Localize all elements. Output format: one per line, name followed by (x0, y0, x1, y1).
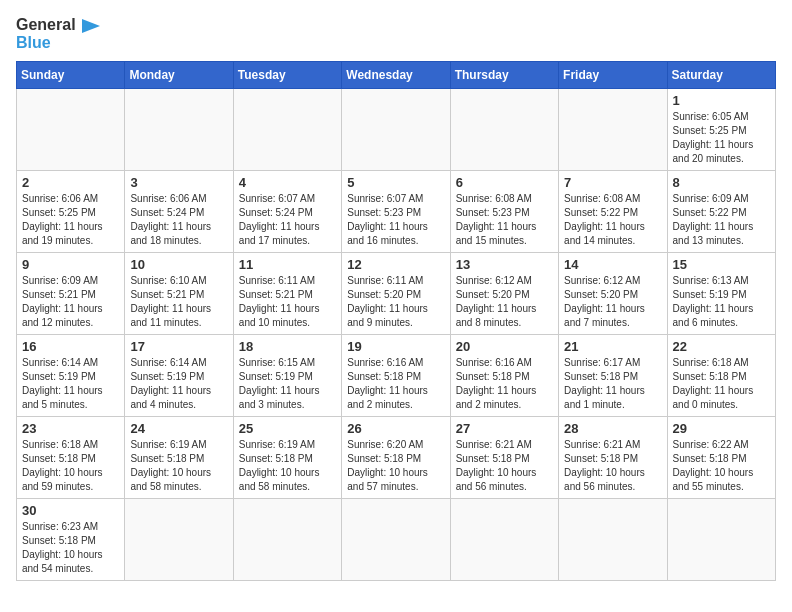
calendar-cell (125, 499, 233, 581)
day-number: 21 (564, 339, 661, 354)
day-number: 19 (347, 339, 444, 354)
day-info: Sunrise: 6:05 AM Sunset: 5:25 PM Dayligh… (673, 110, 770, 166)
day-info: Sunrise: 6:12 AM Sunset: 5:20 PM Dayligh… (564, 274, 661, 330)
calendar-cell: 26Sunrise: 6:20 AM Sunset: 5:18 PM Dayli… (342, 417, 450, 499)
day-info: Sunrise: 6:21 AM Sunset: 5:18 PM Dayligh… (564, 438, 661, 494)
day-number: 24 (130, 421, 227, 436)
calendar-cell: 28Sunrise: 6:21 AM Sunset: 5:18 PM Dayli… (559, 417, 667, 499)
day-number: 20 (456, 339, 553, 354)
calendar-cell (233, 89, 341, 171)
day-number: 11 (239, 257, 336, 272)
calendar-week-row: 30Sunrise: 6:23 AM Sunset: 5:18 PM Dayli… (17, 499, 776, 581)
day-number: 6 (456, 175, 553, 190)
weekday-header: Thursday (450, 62, 558, 89)
calendar-cell (125, 89, 233, 171)
calendar-week-row: 23Sunrise: 6:18 AM Sunset: 5:18 PM Dayli… (17, 417, 776, 499)
calendar-cell: 1Sunrise: 6:05 AM Sunset: 5:25 PM Daylig… (667, 89, 775, 171)
day-number: 29 (673, 421, 770, 436)
calendar-table: SundayMondayTuesdayWednesdayThursdayFrid… (16, 61, 776, 581)
day-info: Sunrise: 6:16 AM Sunset: 5:18 PM Dayligh… (456, 356, 553, 412)
day-number: 27 (456, 421, 553, 436)
day-number: 3 (130, 175, 227, 190)
calendar-cell: 17Sunrise: 6:14 AM Sunset: 5:19 PM Dayli… (125, 335, 233, 417)
calendar-cell: 11Sunrise: 6:11 AM Sunset: 5:21 PM Dayli… (233, 253, 341, 335)
calendar-cell (559, 89, 667, 171)
calendar-week-row: 9Sunrise: 6:09 AM Sunset: 5:21 PM Daylig… (17, 253, 776, 335)
day-number: 13 (456, 257, 553, 272)
calendar-cell: 24Sunrise: 6:19 AM Sunset: 5:18 PM Dayli… (125, 417, 233, 499)
day-info: Sunrise: 6:12 AM Sunset: 5:20 PM Dayligh… (456, 274, 553, 330)
day-number: 17 (130, 339, 227, 354)
day-info: Sunrise: 6:07 AM Sunset: 5:23 PM Dayligh… (347, 192, 444, 248)
day-number: 12 (347, 257, 444, 272)
calendar-cell (559, 499, 667, 581)
weekday-header: Wednesday (342, 62, 450, 89)
day-info: Sunrise: 6:14 AM Sunset: 5:19 PM Dayligh… (22, 356, 119, 412)
calendar-cell: 5Sunrise: 6:07 AM Sunset: 5:23 PM Daylig… (342, 171, 450, 253)
day-info: Sunrise: 6:06 AM Sunset: 5:24 PM Dayligh… (130, 192, 227, 248)
calendar-cell: 3Sunrise: 6:06 AM Sunset: 5:24 PM Daylig… (125, 171, 233, 253)
weekday-header: Sunday (17, 62, 125, 89)
calendar-cell (342, 89, 450, 171)
day-info: Sunrise: 6:09 AM Sunset: 5:21 PM Dayligh… (22, 274, 119, 330)
day-info: Sunrise: 6:13 AM Sunset: 5:19 PM Dayligh… (673, 274, 770, 330)
calendar-cell: 12Sunrise: 6:11 AM Sunset: 5:20 PM Dayli… (342, 253, 450, 335)
day-info: Sunrise: 6:19 AM Sunset: 5:18 PM Dayligh… (130, 438, 227, 494)
calendar-cell (233, 499, 341, 581)
weekday-header: Tuesday (233, 62, 341, 89)
day-info: Sunrise: 6:08 AM Sunset: 5:23 PM Dayligh… (456, 192, 553, 248)
calendar-cell: 18Sunrise: 6:15 AM Sunset: 5:19 PM Dayli… (233, 335, 341, 417)
day-number: 7 (564, 175, 661, 190)
day-number: 15 (673, 257, 770, 272)
calendar-week-row: 2Sunrise: 6:06 AM Sunset: 5:25 PM Daylig… (17, 171, 776, 253)
logo: General Blue (16, 16, 100, 51)
calendar-cell: 30Sunrise: 6:23 AM Sunset: 5:18 PM Dayli… (17, 499, 125, 581)
day-info: Sunrise: 6:14 AM Sunset: 5:19 PM Dayligh… (130, 356, 227, 412)
day-number: 10 (130, 257, 227, 272)
day-info: Sunrise: 6:17 AM Sunset: 5:18 PM Dayligh… (564, 356, 661, 412)
day-info: Sunrise: 6:20 AM Sunset: 5:18 PM Dayligh… (347, 438, 444, 494)
weekday-header: Monday (125, 62, 233, 89)
calendar-cell: 7Sunrise: 6:08 AM Sunset: 5:22 PM Daylig… (559, 171, 667, 253)
day-info: Sunrise: 6:23 AM Sunset: 5:18 PM Dayligh… (22, 520, 119, 576)
page-header: General Blue (16, 16, 776, 51)
calendar-week-row: 16Sunrise: 6:14 AM Sunset: 5:19 PM Dayli… (17, 335, 776, 417)
day-number: 26 (347, 421, 444, 436)
calendar-cell: 6Sunrise: 6:08 AM Sunset: 5:23 PM Daylig… (450, 171, 558, 253)
calendar-cell: 21Sunrise: 6:17 AM Sunset: 5:18 PM Dayli… (559, 335, 667, 417)
calendar-cell (450, 499, 558, 581)
weekday-header: Saturday (667, 62, 775, 89)
day-number: 23 (22, 421, 119, 436)
day-number: 18 (239, 339, 336, 354)
calendar-cell: 15Sunrise: 6:13 AM Sunset: 5:19 PM Dayli… (667, 253, 775, 335)
calendar-cell (450, 89, 558, 171)
day-number: 25 (239, 421, 336, 436)
day-info: Sunrise: 6:08 AM Sunset: 5:22 PM Dayligh… (564, 192, 661, 248)
calendar-cell: 29Sunrise: 6:22 AM Sunset: 5:18 PM Dayli… (667, 417, 775, 499)
day-info: Sunrise: 6:18 AM Sunset: 5:18 PM Dayligh… (22, 438, 119, 494)
calendar-week-row: 1Sunrise: 6:05 AM Sunset: 5:25 PM Daylig… (17, 89, 776, 171)
day-info: Sunrise: 6:10 AM Sunset: 5:21 PM Dayligh… (130, 274, 227, 330)
day-info: Sunrise: 6:16 AM Sunset: 5:18 PM Dayligh… (347, 356, 444, 412)
day-info: Sunrise: 6:22 AM Sunset: 5:18 PM Dayligh… (673, 438, 770, 494)
day-info: Sunrise: 6:09 AM Sunset: 5:22 PM Dayligh… (673, 192, 770, 248)
day-number: 5 (347, 175, 444, 190)
calendar-header-row: SundayMondayTuesdayWednesdayThursdayFrid… (17, 62, 776, 89)
day-info: Sunrise: 6:11 AM Sunset: 5:20 PM Dayligh… (347, 274, 444, 330)
calendar-cell: 27Sunrise: 6:21 AM Sunset: 5:18 PM Dayli… (450, 417, 558, 499)
calendar-cell: 22Sunrise: 6:18 AM Sunset: 5:18 PM Dayli… (667, 335, 775, 417)
day-info: Sunrise: 6:11 AM Sunset: 5:21 PM Dayligh… (239, 274, 336, 330)
calendar-cell: 9Sunrise: 6:09 AM Sunset: 5:21 PM Daylig… (17, 253, 125, 335)
day-info: Sunrise: 6:21 AM Sunset: 5:18 PM Dayligh… (456, 438, 553, 494)
day-number: 1 (673, 93, 770, 108)
logo-text: General Blue (16, 16, 100, 51)
calendar-cell: 4Sunrise: 6:07 AM Sunset: 5:24 PM Daylig… (233, 171, 341, 253)
calendar-cell: 8Sunrise: 6:09 AM Sunset: 5:22 PM Daylig… (667, 171, 775, 253)
calendar-cell: 13Sunrise: 6:12 AM Sunset: 5:20 PM Dayli… (450, 253, 558, 335)
day-info: Sunrise: 6:07 AM Sunset: 5:24 PM Dayligh… (239, 192, 336, 248)
weekday-header: Friday (559, 62, 667, 89)
calendar-cell: 16Sunrise: 6:14 AM Sunset: 5:19 PM Dayli… (17, 335, 125, 417)
calendar-cell: 25Sunrise: 6:19 AM Sunset: 5:18 PM Dayli… (233, 417, 341, 499)
svg-marker-0 (82, 19, 100, 33)
calendar-cell: 19Sunrise: 6:16 AM Sunset: 5:18 PM Dayli… (342, 335, 450, 417)
